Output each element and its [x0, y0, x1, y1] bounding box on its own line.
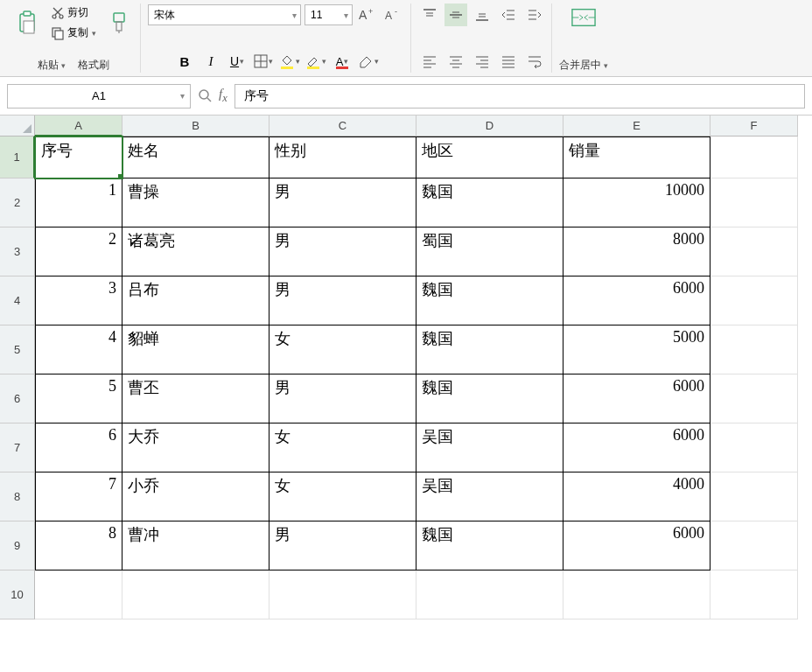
row-header-1[interactable]: 1 [0, 136, 35, 178]
italic-button[interactable]: I [200, 50, 222, 73]
cell-empty[interactable] [710, 326, 798, 374]
align-right-button[interactable] [471, 50, 494, 73]
cell-id[interactable]: 7 [35, 472, 122, 522]
row-header-6[interactable]: 6 [0, 374, 35, 424]
cell-header[interactable]: 序号 [35, 136, 122, 178]
cell-sales[interactable]: 6000 [564, 374, 710, 424]
cell-id[interactable]: 2 [35, 228, 122, 276]
highlight-button[interactable]: ▾ [304, 50, 327, 73]
cell-gender[interactable]: 女 [270, 326, 416, 374]
cell-empty[interactable] [710, 276, 798, 326]
cell-empty[interactable] [416, 570, 564, 620]
cell-empty[interactable] [35, 570, 122, 620]
cell-empty[interactable] [710, 374, 798, 424]
cell-region[interactable]: 魏国 [416, 178, 564, 228]
paste-label[interactable]: 粘贴▾ [38, 58, 66, 73]
cell-name[interactable]: 曹丕 [122, 374, 270, 424]
select-all-corner[interactable] [0, 116, 35, 136]
row-header-10[interactable]: 10 [0, 570, 35, 620]
cell-empty[interactable] [564, 570, 710, 620]
row-header-2[interactable]: 2 [0, 178, 35, 228]
cell-empty[interactable] [270, 570, 416, 620]
cell-id[interactable]: 5 [35, 374, 122, 424]
cell-empty[interactable] [710, 424, 798, 472]
column-header-E[interactable]: E [564, 116, 710, 136]
cell-name[interactable]: 貂蝉 [122, 326, 270, 374]
cell-empty[interactable] [710, 136, 798, 178]
column-header-A[interactable]: A [35, 116, 122, 136]
cell-empty[interactable] [122, 570, 270, 620]
decrease-indent-button[interactable] [497, 4, 520, 26]
cell-sales[interactable]: 8000 [564, 228, 710, 276]
cell-gender[interactable]: 男 [270, 276, 416, 326]
column-header-C[interactable]: C [270, 116, 416, 136]
merge-center-label[interactable]: 合并居中▾ [559, 58, 608, 73]
cell-name[interactable]: 曹操 [122, 178, 270, 228]
row-header-3[interactable]: 3 [0, 228, 35, 276]
formula-input[interactable]: 序号 [234, 84, 805, 108]
cell-region[interactable]: 吴国 [416, 424, 564, 472]
borders-button[interactable]: ▾ [252, 50, 275, 73]
cell-id[interactable]: 3 [35, 276, 122, 326]
cell-id[interactable]: 1 [35, 178, 122, 228]
cell-id[interactable]: 8 [35, 522, 122, 570]
cell-name[interactable]: 诸葛亮 [122, 228, 270, 276]
align-left-button[interactable] [418, 50, 441, 73]
cell-header[interactable]: 地区 [416, 136, 564, 178]
bold-button[interactable]: B [173, 50, 196, 73]
cell-header[interactable]: 销量 [564, 136, 710, 178]
cell-header[interactable]: 性别 [270, 136, 416, 178]
cell-header[interactable]: 姓名 [122, 136, 270, 178]
paste-button[interactable] [12, 9, 44, 37]
format-painter-button[interactable] [103, 9, 135, 37]
fill-color-button[interactable]: ▾ [278, 50, 301, 73]
cell-empty[interactable] [710, 522, 798, 570]
column-header-B[interactable]: B [122, 116, 270, 136]
cell-gender[interactable]: 女 [270, 424, 416, 472]
decrease-font-button[interactable]: A- [382, 4, 405, 26]
increase-font-button[interactable]: A+ [356, 4, 379, 26]
cell-name[interactable]: 曹冲 [122, 522, 270, 570]
increase-indent-button[interactable] [523, 4, 546, 26]
name-box[interactable]: A1 [7, 84, 191, 108]
justify-button[interactable] [497, 50, 520, 73]
cut-button[interactable]: 剪切 [47, 4, 100, 22]
cell-region[interactable]: 魏国 [416, 522, 564, 570]
row-header-5[interactable]: 5 [0, 326, 35, 374]
cell-sales[interactable]: 4000 [564, 472, 710, 522]
align-center-button[interactable] [444, 50, 467, 73]
cell-gender[interactable]: 男 [270, 374, 416, 424]
align-middle-button[interactable] [444, 4, 467, 26]
align-top-button[interactable] [418, 4, 441, 26]
cell-region[interactable]: 魏国 [416, 374, 564, 424]
cell-region[interactable]: 魏国 [416, 326, 564, 374]
column-header-D[interactable]: D [416, 116, 564, 136]
wrap-text-button[interactable] [523, 50, 546, 73]
fx-icon[interactable]: fx [219, 87, 228, 105]
align-bottom-button[interactable] [471, 4, 494, 26]
cell-gender[interactable]: 男 [270, 228, 416, 276]
cell-name[interactable]: 大乔 [122, 424, 270, 472]
cell-empty[interactable] [710, 228, 798, 276]
eraser-button[interactable]: ▾ [357, 50, 380, 73]
row-header-4[interactable]: 4 [0, 276, 35, 326]
font-size-select[interactable]: 11 [304, 4, 353, 25]
row-header-9[interactable]: 9 [0, 522, 35, 570]
merge-center-button[interactable] [568, 4, 599, 32]
cell-sales[interactable]: 10000 [564, 178, 710, 228]
cell-sales[interactable]: 6000 [564, 276, 710, 326]
cell-gender[interactable]: 男 [270, 522, 416, 570]
cell-region[interactable]: 吴国 [416, 472, 564, 522]
font-name-select[interactable]: 宋体 [148, 4, 301, 25]
cell-gender[interactable]: 男 [270, 178, 416, 228]
search-icon[interactable] [198, 88, 214, 104]
cell-id[interactable]: 4 [35, 326, 122, 374]
underline-button[interactable]: U▾ [226, 50, 248, 73]
cell-region[interactable]: 魏国 [416, 276, 564, 326]
cell-empty[interactable] [710, 570, 798, 620]
cell-id[interactable]: 6 [35, 424, 122, 472]
cell-name[interactable]: 小乔 [122, 472, 270, 522]
cell-region[interactable]: 蜀国 [416, 228, 564, 276]
cell-sales[interactable]: 6000 [564, 522, 710, 570]
row-header-7[interactable]: 7 [0, 424, 35, 472]
